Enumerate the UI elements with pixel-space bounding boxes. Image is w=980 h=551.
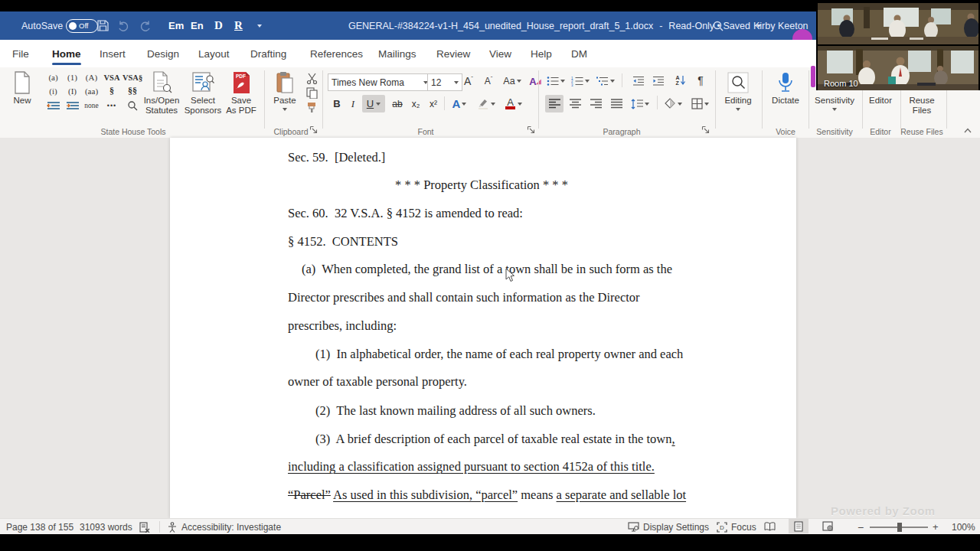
zoom-video-overlay[interactable]: Room 10	[816, 0, 980, 90]
increase-indent-button[interactable]	[649, 73, 668, 89]
qat-more-button[interactable]	[257, 11, 262, 40]
list-style-a-button[interactable]: (a)	[44, 71, 62, 83]
zoom-out-button[interactable]: −	[858, 519, 864, 535]
qat-em-button[interactable]: Em	[168, 11, 184, 40]
change-case-button[interactable]: Aa	[501, 73, 524, 90]
clear-formatting-button[interactable]: A◢	[527, 73, 544, 90]
tab-drafting[interactable]: Drafting	[249, 40, 288, 67]
accessibility-status[interactable]: Accessibility: Investigate	[167, 519, 281, 535]
dots-button[interactable]: •••	[103, 99, 121, 112]
document-canvas[interactable]: Sec. 59. [Deleted.] * * * Property Class…	[0, 138, 980, 518]
cut-button[interactable]	[303, 72, 320, 85]
sort-button[interactable]: AZ	[671, 72, 691, 89]
search-button[interactable]	[712, 11, 724, 40]
undo-button[interactable]	[117, 11, 129, 40]
list-style-A-button[interactable]: (A)	[83, 71, 100, 83]
shrink-font-button[interactable]: Aˇ	[479, 73, 498, 90]
proofing-status[interactable]	[139, 519, 150, 535]
vsa-section-button[interactable]: VSA§	[122, 71, 142, 83]
justify-button[interactable]	[607, 95, 626, 112]
bullets-button[interactable]	[545, 73, 567, 89]
statute-search-button[interactable]	[122, 99, 142, 112]
section-button[interactable]: §	[103, 85, 121, 97]
highlight-button[interactable]	[475, 96, 498, 112]
word-count[interactable]: 31093 words	[80, 519, 132, 535]
indent-right-button[interactable]	[64, 99, 81, 112]
page-indicator[interactable]: Page 138 of 155	[6, 519, 74, 535]
select-sponsors-button[interactable]: Select Sponsors	[184, 70, 222, 126]
zoom-percent[interactable]: 100%	[952, 519, 975, 535]
web-layout-button[interactable]	[818, 519, 838, 533]
save-as-pdf-button[interactable]: PDF Save As PDF	[224, 70, 259, 126]
line-spacing-button[interactable]	[628, 95, 652, 112]
numbering-button[interactable]: 123	[570, 73, 591, 89]
tab-mailings[interactable]: Mailings	[377, 40, 418, 67]
print-layout-button[interactable]	[789, 519, 808, 533]
focus-button[interactable]: D Focus	[717, 519, 756, 535]
editing-button[interactable]: Editing	[720, 70, 756, 126]
font-color-button[interactable]: A	[502, 95, 525, 112]
font-family-select[interactable]: Times New Roma	[328, 73, 432, 91]
document-page[interactable]: Sec. 59. [Deleted.] * * * Property Class…	[170, 138, 796, 518]
qat-r-button[interactable]: R	[234, 11, 243, 40]
text-effects-button[interactable]: A	[449, 96, 470, 112]
underline-button[interactable]: U	[362, 95, 385, 112]
copy-button[interactable]	[303, 86, 320, 99]
clipboard-dialog-launcher[interactable]	[309, 126, 318, 135]
paragraph-dialog-launcher[interactable]	[701, 126, 710, 135]
video-tile-top[interactable]	[818, 3, 978, 44]
list-style-1-button[interactable]: (1)	[64, 71, 81, 83]
borders-button[interactable]	[688, 95, 712, 112]
collapse-ribbon-button[interactable]	[960, 124, 975, 136]
sections-button[interactable]: §§	[122, 85, 142, 97]
read-mode-button[interactable]	[760, 519, 779, 533]
save-button[interactable]	[96, 11, 109, 40]
bold-button[interactable]: B	[329, 96, 345, 112]
display-settings-button[interactable]: Display Settings	[628, 519, 709, 535]
indent-left-button[interactable]	[44, 99, 62, 112]
shading-button[interactable]	[662, 95, 684, 112]
redo-button[interactable]	[139, 11, 152, 40]
grow-font-button[interactable]: Aˆ	[459, 73, 478, 90]
qat-d-button[interactable]: D	[214, 11, 223, 40]
qat-en-button[interactable]: En	[191, 11, 204, 40]
font-dialog-launcher[interactable]	[527, 126, 536, 135]
tab-dm[interactable]: DM	[570, 40, 589, 67]
align-left-button[interactable]	[545, 95, 564, 112]
superscript-button[interactable]: x²	[426, 96, 441, 112]
align-center-button[interactable]	[566, 95, 584, 112]
tab-layout[interactable]: Layout	[197, 40, 231, 67]
video-tile-room10[interactable]: Room 10	[818, 46, 978, 90]
zoom-slider[interactable]	[870, 519, 928, 535]
format-painter-button[interactable]	[303, 101, 320, 114]
font-size-select[interactable]: 12	[427, 73, 462, 91]
show-marks-button[interactable]: ¶	[693, 72, 708, 89]
list-style-aa-button[interactable]: (aa)	[83, 85, 100, 97]
tab-design[interactable]: Design	[145, 40, 181, 67]
tab-insert[interactable]: Insert	[98, 40, 127, 67]
tab-review[interactable]: Review	[435, 40, 472, 67]
tab-view[interactable]: View	[488, 40, 513, 67]
decrease-indent-button[interactable]	[629, 73, 648, 89]
zoom-slider-track[interactable]	[870, 527, 928, 528]
strikethrough-button[interactable]: ab	[389, 96, 406, 112]
new-document-button[interactable]: New	[6, 70, 38, 126]
align-right-button[interactable]	[586, 95, 605, 112]
ins-open-statutes-button[interactable]: Ins/Open Statutes	[142, 70, 181, 126]
italic-button[interactable]: I	[346, 96, 360, 112]
tab-help[interactable]: Help	[529, 40, 554, 67]
dictate-button[interactable]: Dictate	[766, 70, 805, 126]
zoom-in-button[interactable]: +	[933, 519, 939, 535]
vsa-button[interactable]: VSA	[103, 71, 121, 83]
tab-references[interactable]: References	[309, 40, 364, 67]
tab-file[interactable]: File	[11, 40, 31, 67]
zoom-slider-thumb[interactable]	[897, 523, 902, 532]
subscript-button[interactable]: x₂	[408, 96, 423, 112]
list-style-I-button[interactable]: (I)	[64, 85, 81, 97]
tab-home[interactable]: Home	[51, 40, 83, 67]
list-style-i-button[interactable]: (i)	[44, 85, 62, 97]
paste-button[interactable]: Paste	[270, 70, 300, 126]
list-style-none-button[interactable]: none	[83, 99, 100, 112]
multilevel-list-button[interactable]	[594, 73, 617, 89]
autosave-toggle[interactable]: Off	[66, 11, 98, 40]
